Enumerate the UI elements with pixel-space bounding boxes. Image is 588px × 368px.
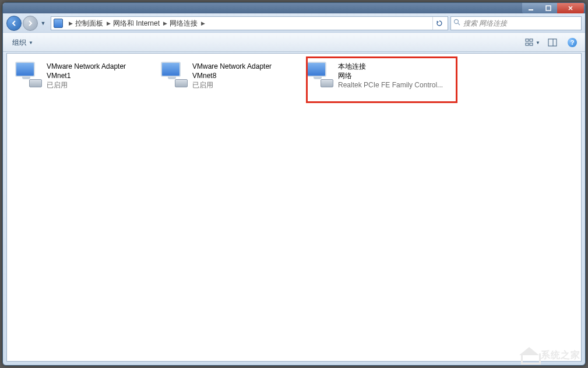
item-status: 已启用 [192,80,272,90]
item-name: VMware Network Adapter [192,62,272,71]
view-options-button[interactable]: ▼ [524,36,541,49]
refresh-button[interactable] [432,17,445,30]
minimize-button[interactable] [522,3,540,13]
breadcrumb-network-internet[interactable]: 网络和 Internet [113,19,160,29]
search-placeholder: 搜索 网络连接 [463,19,507,29]
back-button[interactable] [6,16,22,31]
arrow-left-icon [10,20,17,27]
svg-rect-1 [546,6,551,10]
maximize-icon [545,5,551,11]
chevron-down-icon: ▼ [536,40,540,45]
network-adapter-item[interactable]: VMware Network Adapter VMnet8 已启用 [156,59,302,94]
refresh-icon [436,20,443,27]
svg-point-2 [455,20,459,24]
close-icon [568,5,573,11]
address-bar[interactable]: ▶ 控制面板 ▶ 网络和 Internet ▶ 网络连接 ▶ [51,16,448,30]
chevron-right-icon: ▶ [69,20,73,26]
item-device: Realtek PCIe FE Family Control... [338,80,443,90]
chevron-right-icon: ▶ [201,20,205,26]
titlebar [3,3,585,13]
nav-row: ▼ ▶ 控制面板 ▶ 网络和 Internet ▶ 网络连接 ▶ 搜索 网络连接 [3,13,585,33]
item-name-2: VMnet1 [47,71,126,80]
explorer-window: ▼ ▶ 控制面板 ▶ 网络和 Internet ▶ 网络连接 ▶ 搜索 网络连接… [2,2,586,366]
toolbar: 组织 ▼ ▼ ? [3,33,585,52]
preview-pane-icon [548,38,557,47]
svg-rect-5 [530,39,533,41]
network-adapter-icon [160,62,188,87]
search-icon [453,19,461,28]
minimize-icon [528,5,534,11]
network-adapter-item-local[interactable]: 本地连接 网络 Realtek PCIe FE Family Control..… [302,59,448,94]
chevron-right-icon: ▶ [107,20,111,26]
items-container: VMware Network Adapter VMnet1 已启用 VMware… [7,54,581,100]
close-button[interactable] [557,3,584,13]
svg-rect-0 [529,9,533,10]
maximize-button[interactable] [540,3,557,13]
network-adapter-icon [305,62,333,87]
item-name-2: VMnet8 [192,71,272,80]
forward-button[interactable] [23,16,38,31]
item-status: 已启用 [47,80,126,90]
content-area[interactable]: VMware Network Adapter VMnet1 已启用 VMware… [6,53,582,362]
arrow-right-icon [27,20,34,27]
location-icon [54,19,63,28]
preview-pane-button[interactable] [544,36,561,49]
view-icon [525,38,534,47]
network-adapter-item[interactable]: VMware Network Adapter VMnet1 已启用 [10,59,156,94]
item-name: 本地连接 [338,62,443,71]
organize-menu[interactable]: 组织 ▼ [8,36,38,50]
network-adapter-icon [14,62,42,87]
item-name: VMware Network Adapter [47,62,126,71]
svg-line-3 [458,23,460,25]
help-icon: ? [568,38,577,47]
item-network: 网络 [338,71,443,80]
search-box[interactable]: 搜索 网络连接 [450,16,582,30]
svg-rect-8 [548,39,557,46]
chevron-right-icon: ▶ [163,20,167,26]
organize-label: 组织 [12,38,26,48]
chevron-down-icon: ▼ [29,40,33,45]
svg-rect-4 [526,39,529,41]
breadcrumb-control-panel[interactable]: 控制面板 [75,19,103,29]
help-button[interactable]: ? [564,36,580,49]
breadcrumb-network-connections[interactable]: 网络连接 [170,19,198,29]
svg-rect-6 [526,43,529,45]
nav-history-dropdown[interactable]: ▼ [39,20,47,26]
svg-rect-7 [530,43,533,45]
